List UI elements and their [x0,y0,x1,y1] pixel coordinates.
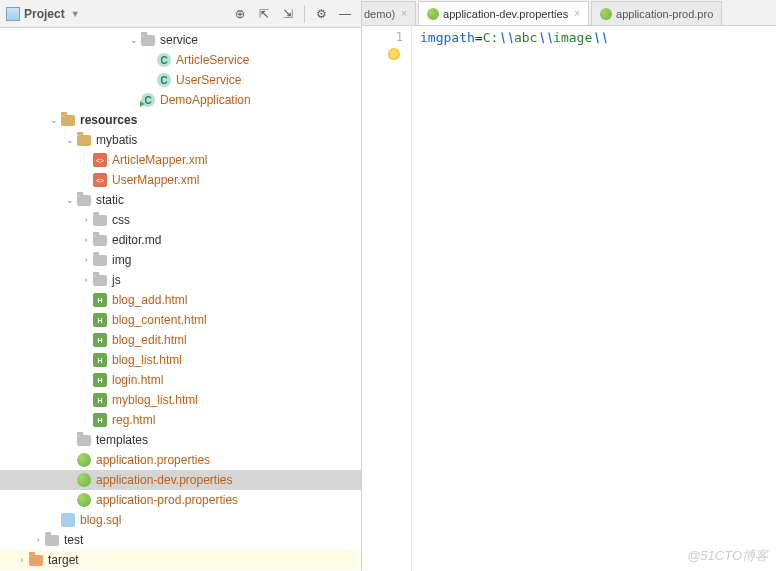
project-header: Project ▼ ⊕ ⇱ ⇲ ⚙ — [0,0,361,28]
html-icon: H [92,352,108,368]
tree-node[interactable]: ·<>ArticleMapper.xml [0,150,361,170]
tree-label: ArticleMapper.xml [112,153,207,167]
tree-node[interactable]: ⌄mybatis [0,130,361,150]
tree-node[interactable]: ⌄service [0,30,361,50]
tree-node[interactable]: ·templates [0,430,361,450]
tree-node[interactable]: ·CDemoApplication [0,90,361,110]
tree-node[interactable]: ⌄resources [0,110,361,130]
tree-label: blog_content.html [112,313,207,327]
tree-node[interactable]: ›css [0,210,361,230]
chevron-down-icon[interactable]: ⌄ [128,35,140,45]
tree-node[interactable]: ›test [0,530,361,550]
close-icon[interactable]: × [574,8,580,19]
chevron-right-icon[interactable]: › [80,235,92,245]
gear-icon[interactable]: ⚙ [311,4,331,24]
class-icon: C [156,72,172,88]
tree-label: templates [96,433,148,447]
folder-icon [28,552,44,568]
tree-node[interactable]: ·Hblog_add.html [0,290,361,310]
tree-label: application-prod.properties [96,493,238,507]
tree-node[interactable]: ·Hblog_edit.html [0,330,361,350]
value-sep: \\ [592,30,608,45]
tree-label: blog_edit.html [112,333,187,347]
tab-label: application-prod.pro [616,8,713,20]
divider [304,5,305,23]
collapse-all-icon[interactable]: ⇲ [278,4,298,24]
tree-label: UserService [176,73,241,87]
value-seg: image [553,30,592,45]
chevron-right-icon[interactable]: › [80,255,92,265]
property-key: imgpath [420,30,475,45]
chevron-down-icon[interactable]: ⌄ [48,115,60,125]
tree-label: myblog_list.html [112,393,198,407]
code-area[interactable]: imgpath=C:\\abc\\image\\ [412,26,776,571]
tree-label: service [160,33,198,47]
expand-all-icon[interactable]: ⇱ [254,4,274,24]
tree-node[interactable]: ·application-prod.properties [0,490,361,510]
folder-icon [44,532,60,548]
chevron-right-icon[interactable]: › [16,555,28,565]
class-icon: C [156,52,172,68]
chevron-down-icon[interactable]: ⌄ [64,135,76,145]
html-icon: H [92,392,108,408]
folder-icon [60,112,76,128]
intention-bulb-icon[interactable] [388,48,400,60]
editor-gutter: 1 [362,26,412,571]
value-sep: \\ [537,30,553,45]
tree-node[interactable]: ·application-dev.properties [0,470,361,490]
chevron-right-icon[interactable]: › [32,535,44,545]
xml-icon: <> [92,172,108,188]
html-icon: H [92,332,108,348]
chevron-right-icon[interactable]: › [80,275,92,285]
chevron-right-icon[interactable]: › [80,215,92,225]
tree-node[interactable]: ⌄static [0,190,361,210]
editor-tab[interactable]: demo)× [362,1,416,25]
dropdown-icon[interactable]: ▼ [71,9,80,19]
project-icon [6,7,20,21]
tree-node[interactable]: ·application.properties [0,450,361,470]
tree-label: application-dev.properties [96,473,233,487]
tree-node[interactable]: ·CUserService [0,70,361,90]
tab-label: application-dev.properties [443,8,568,20]
tree-node[interactable]: ›editor.md [0,230,361,250]
folder-icon [92,232,108,248]
locate-icon[interactable]: ⊕ [230,4,250,24]
tree-node[interactable]: ·Hmyblog_list.html [0,390,361,410]
folder-icon [140,32,156,48]
tree-node[interactable]: ›js [0,270,361,290]
close-icon[interactable]: × [401,8,407,19]
editor-tab[interactable]: application-prod.pro [591,1,722,25]
spring-icon [76,492,92,508]
html-icon: H [92,412,108,428]
editor-tab[interactable]: application-dev.properties× [418,1,589,25]
tree-node[interactable]: ·Hblog_list.html [0,350,361,370]
folder-icon [76,432,92,448]
html-icon: H [92,372,108,388]
tree-node[interactable]: ·CArticleService [0,50,361,70]
tree-label: blog_add.html [112,293,187,307]
chevron-down-icon[interactable]: ⌄ [64,195,76,205]
folder-icon [92,252,108,268]
tree-node[interactable]: ·<>UserMapper.xml [0,170,361,190]
tab-label: demo) [364,8,395,20]
xml-icon: <> [92,152,108,168]
tree-label: application.properties [96,453,210,467]
tree-label: blog.sql [80,513,121,527]
tree-node[interactable]: ·Hreg.html [0,410,361,430]
tree-label: editor.md [112,233,161,247]
project-title[interactable]: Project [24,7,65,21]
tree-node[interactable]: ›target [0,550,361,570]
tree-label: mybatis [96,133,137,147]
value-seg: abc [514,30,537,45]
project-tree[interactable]: ⌄service·CArticleService·CUserService·CD… [0,28,361,571]
html-icon: H [92,312,108,328]
code-editor[interactable]: 1 imgpath=C:\\abc\\image\\ [362,26,776,571]
tree-node[interactable]: ·blog.sql [0,510,361,530]
tree-node[interactable]: ·Hlogin.html [0,370,361,390]
tree-label: DemoApplication [160,93,251,107]
tree-label: UserMapper.xml [112,173,199,187]
minimize-icon[interactable]: — [335,4,355,24]
sql-icon [60,512,76,528]
tree-node[interactable]: ›img [0,250,361,270]
tree-node[interactable]: ·Hblog_content.html [0,310,361,330]
